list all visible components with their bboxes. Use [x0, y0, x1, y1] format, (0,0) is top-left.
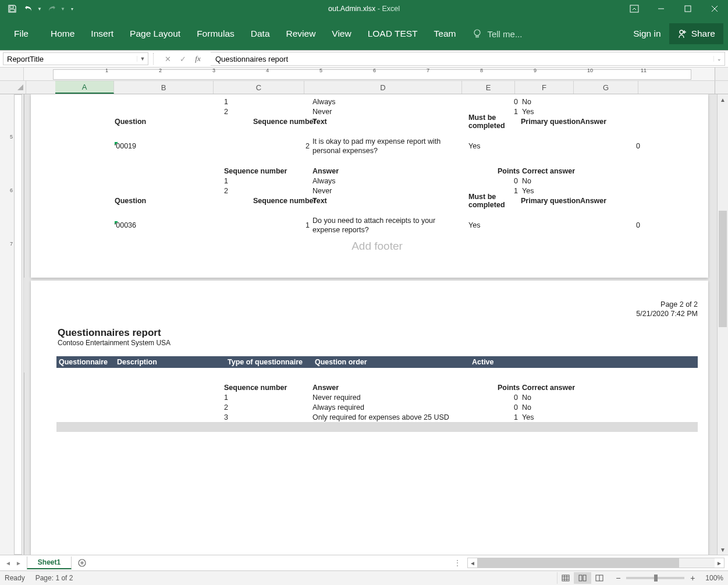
tab-team[interactable]: Team: [426, 17, 464, 50]
zoom-slider[interactable]: [626, 577, 684, 579]
zoom-out-button[interactable]: −: [613, 573, 623, 583]
ribbon-display-options-button[interactable]: [621, 0, 648, 17]
scroll-thumb[interactable]: [719, 211, 727, 327]
tab-formulas[interactable]: Formulas: [189, 17, 243, 50]
header-label: Must be completed: [468, 114, 515, 130]
select-all-button[interactable]: [0, 81, 26, 94]
undo-dropdown-caret[interactable]: ▼: [37, 6, 42, 12]
column-header-g[interactable]: G: [574, 81, 638, 94]
name-box-input[interactable]: [3, 55, 137, 63]
svg-rect-12: [562, 575, 569, 581]
cell-value: 0: [636, 142, 640, 150]
formula-input-wrap: ⌄: [211, 52, 725, 66]
zoom-controls: − + 100%: [613, 573, 723, 583]
page-number-text: Page 2 of 2: [660, 300, 698, 309]
first-sheet-button[interactable]: ◄: [3, 559, 13, 568]
tab-view[interactable]: View: [324, 17, 359, 50]
tell-me-search[interactable]: Tell me...: [472, 29, 522, 39]
horizontal-scrollbar[interactable]: ◄ ►: [467, 558, 725, 568]
column-header-d[interactable]: D: [304, 81, 462, 94]
minimize-button[interactable]: [648, 0, 674, 17]
tab-home[interactable]: Home: [42, 17, 83, 50]
cell-value: Never: [312, 108, 332, 116]
plus-circle-icon: [78, 559, 86, 567]
table-header-row: Questionnaire Description Type of questi…: [56, 356, 698, 368]
header-label: Points: [498, 167, 520, 175]
vertical-ruler[interactable]: 5 6 7: [0, 94, 24, 555]
vertical-scrollbar[interactable]: ▲ ▼: [717, 94, 728, 555]
maximize-button[interactable]: [674, 0, 701, 17]
enter-formula-button[interactable]: ✓: [178, 55, 187, 63]
cell-value: Do you need to attach receipts to your e…: [312, 216, 458, 235]
redo-button[interactable]: [45, 2, 58, 15]
page-footer-placeholder[interactable]: Add footer: [56, 240, 698, 253]
new-sheet-button[interactable]: [75, 556, 89, 570]
cell-value: It is okay to pad my expense report with…: [312, 137, 458, 155]
scroll-down-button[interactable]: ▼: [718, 544, 728, 555]
save-button[interactable]: [6, 2, 19, 15]
hscroll-thumb[interactable]: [477, 558, 679, 568]
tab-insert[interactable]: Insert: [83, 17, 122, 50]
tab-review[interactable]: Review: [278, 17, 324, 50]
sheet-nav-buttons[interactable]: ◄ ►: [0, 559, 27, 568]
normal-view-button[interactable]: [557, 572, 574, 584]
save-icon: [8, 4, 17, 13]
cell-value: Never required: [312, 393, 361, 402]
column-header-c[interactable]: C: [214, 81, 304, 94]
column-header-e[interactable]: E: [462, 81, 515, 94]
cell-value: 1: [224, 177, 228, 185]
scroll-up-button[interactable]: ▲: [718, 94, 728, 105]
scroll-right-button[interactable]: ►: [715, 560, 724, 566]
tab-page-layout[interactable]: Page Layout: [122, 17, 189, 50]
header-label: Sequence number: [253, 118, 316, 126]
cell-value: 00036: [116, 221, 136, 229]
close-button[interactable]: [701, 0, 728, 17]
tab-data[interactable]: Data: [243, 17, 278, 50]
page-2: 29 30 31 32 33 34 35 36 37 38 39 40 41 4…: [31, 281, 708, 555]
share-button[interactable]: Share: [669, 23, 723, 44]
zoom-percent[interactable]: 100%: [705, 574, 723, 582]
name-box-dropdown[interactable]: ▼: [137, 56, 148, 62]
page-break-preview-button[interactable]: [591, 572, 608, 584]
name-box[interactable]: ▼: [3, 52, 148, 65]
cell-value: 00019: [116, 142, 136, 150]
cancel-formula-button[interactable]: ✕: [163, 55, 172, 63]
tab-load-test[interactable]: LOAD TEST: [360, 17, 426, 50]
undo-button[interactable]: [22, 2, 35, 15]
worksheet-area: 1 2 3 4 5 6 7 8 9 10 11 A B C D E F G: [0, 68, 728, 555]
sign-in-button[interactable]: Sign in: [625, 29, 669, 39]
header-label: Primary question: [521, 118, 580, 126]
horizontal-ruler[interactable]: 1 2 3 4 5 6 7 8 9 10 11: [0, 68, 728, 81]
page-timestamp: 5/21/2020 7:42 PM: [636, 310, 698, 318]
svg-point-7: [474, 30, 480, 36]
sheet-tab-strip: ◄ ► Sheet1 ⋮ ◄ ►: [0, 555, 728, 570]
formula-input[interactable]: [211, 55, 713, 63]
header-label: Points: [498, 384, 520, 392]
sheet-tab-active[interactable]: Sheet1: [27, 556, 72, 569]
column-header-a[interactable]: A: [55, 81, 114, 94]
column-header-b[interactable]: B: [114, 81, 214, 94]
redo-dropdown-caret[interactable]: ▼: [61, 6, 65, 12]
last-sheet-button[interactable]: ►: [14, 559, 23, 568]
column-header-f[interactable]: F: [515, 81, 574, 94]
select-all-triangle-icon: [17, 84, 23, 90]
lightbulb-icon: [472, 29, 482, 39]
window-controls: [621, 0, 728, 17]
header-label: Sequence number: [224, 167, 287, 175]
scroll-left-button[interactable]: ◄: [468, 560, 477, 566]
tab-split-handle[interactable]: ⋮: [451, 558, 464, 568]
report-title: Questionnaires report: [58, 327, 161, 339]
cell-value: Never: [312, 187, 332, 195]
cell-value: No: [522, 403, 531, 412]
qat-customize-caret[interactable]: ▾: [71, 6, 73, 12]
zoom-slider-thumb[interactable]: [654, 575, 658, 582]
file-tab[interactable]: File: [5, 17, 38, 50]
page-layout-icon: [578, 575, 587, 582]
insert-function-button[interactable]: fx: [193, 54, 203, 63]
worksheet-canvas[interactable]: 19 20 21 22 23 24 25 26 27 28 1 Always: [24, 94, 728, 555]
col-header: Type of questionnaire: [228, 358, 315, 366]
page-layout-view-button[interactable]: [574, 572, 591, 584]
expand-formula-bar-button[interactable]: ⌄: [713, 56, 725, 62]
svg-rect-1: [10, 9, 15, 12]
zoom-in-button[interactable]: +: [688, 573, 697, 583]
